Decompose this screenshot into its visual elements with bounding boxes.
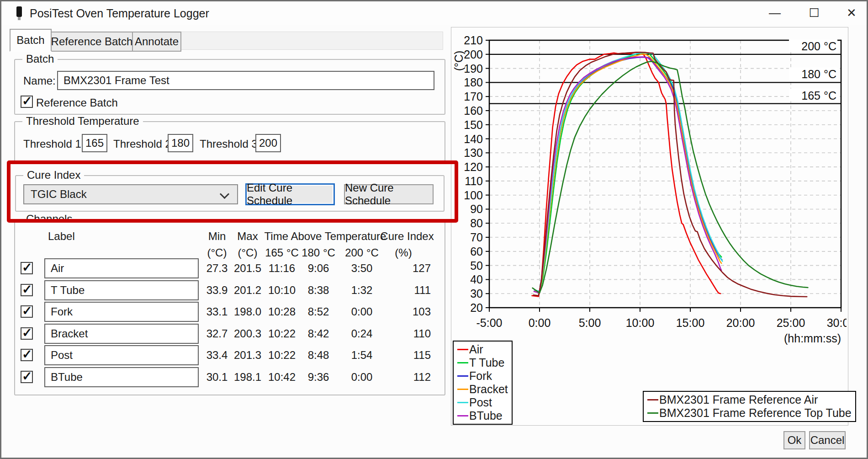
svg-text:200 °C: 200 °C	[801, 40, 836, 53]
cure-index-group-title: Cure Index	[23, 169, 84, 181]
svg-text:100: 100	[464, 189, 483, 202]
channel-cure-index: 115	[394, 349, 431, 362]
channel-cure-index: 103	[394, 305, 431, 318]
col-header-180: 180 °C	[300, 246, 337, 259]
legend-line-swatch	[457, 362, 468, 363]
checkmark-icon: ✓	[22, 304, 32, 318]
legend-line-swatch	[457, 349, 468, 350]
svg-text:170: 170	[464, 90, 483, 103]
svg-text:210: 210	[464, 34, 483, 47]
svg-text:0:00: 0:00	[529, 316, 551, 329]
col-header-165: 165 °C	[264, 246, 300, 259]
channel-checkbox[interactable]: ✓	[21, 262, 33, 274]
svg-text:25:00: 25:00	[777, 316, 805, 329]
reference-batch-label: Reference Batch	[36, 96, 118, 109]
channel-label-input[interactable]	[44, 302, 199, 322]
threshold2-input[interactable]: 180	[168, 134, 193, 152]
channel-t180: 8:48	[300, 349, 337, 362]
channel-checkbox[interactable]: ✓	[21, 371, 33, 383]
channel-t200: 3:50	[344, 262, 380, 275]
checkmark-icon: ✓	[22, 282, 32, 297]
cure-schedule-selected: TGIC Black	[31, 188, 87, 201]
legend-line-swatch	[647, 399, 658, 400]
close-button[interactable]: ✕	[839, 3, 864, 22]
col-unit-cure: (%)	[376, 246, 431, 259]
tab-annotate[interactable]: Annotate	[132, 32, 181, 52]
svg-text:180: 180	[464, 76, 483, 89]
name-label: Name:	[23, 75, 56, 87]
svg-text:190: 190	[464, 62, 483, 75]
channel-label-input[interactable]	[44, 258, 199, 278]
channel-checkbox[interactable]: ✓	[21, 284, 33, 296]
channel-checkbox[interactable]: ✓	[21, 327, 33, 340]
channel-t200: 1:32	[344, 284, 380, 297]
maximize-button[interactable]: ☐	[802, 3, 826, 22]
channel-row: ✓30.1198.110:429:360:00112	[15, 367, 445, 388]
batch-group-title: Batch	[22, 53, 58, 65]
legend-line-swatch	[647, 412, 658, 414]
batch-name-input[interactable]	[57, 71, 434, 90]
batch-group: Batch Name: ✓ Reference Batch	[14, 59, 445, 115]
channel-max: 201.5	[229, 262, 266, 275]
channel-max: 201.3	[229, 349, 266, 362]
channel-t165: 10:22	[264, 327, 300, 340]
channel-t180: 8:38	[300, 284, 337, 297]
checkmark-icon: ✓	[22, 94, 32, 108]
minimize-button[interactable]: —	[762, 3, 787, 22]
col-header-cure-index: Cure Index	[379, 230, 435, 243]
legend-label: BMX2301 Frame Reference Top Tube	[659, 406, 852, 420]
svg-text:-5:00: -5:00	[476, 316, 503, 329]
svg-text:60: 60	[470, 245, 483, 258]
svg-text:5:00: 5:00	[579, 316, 601, 329]
legend-label: Post	[469, 396, 492, 409]
channel-checkbox[interactable]: ✓	[21, 349, 33, 361]
svg-text:15:00: 15:00	[676, 316, 705, 329]
channel-t200: 1:54	[344, 349, 380, 362]
channel-max: 201.2	[229, 284, 266, 297]
legend-label: T Tube	[469, 356, 504, 369]
tab-reference-batch[interactable]: Reference Batch	[50, 32, 134, 52]
svg-text:150: 150	[464, 118, 483, 131]
channel-t200: 0:24	[344, 327, 380, 340]
channel-max: 200.3	[229, 327, 266, 340]
reference-batch-checkbox[interactable]: ✓	[21, 96, 33, 108]
checkmark-icon: ✓	[22, 326, 32, 340]
channel-t165: 10:22	[264, 349, 300, 362]
legend-label: Bracket	[469, 383, 508, 396]
legend-line-swatch	[457, 375, 468, 377]
channel-label-input[interactable]	[44, 280, 199, 300]
legend-item: Fork	[457, 369, 508, 383]
channels-group-title: Channels	[22, 213, 76, 225]
legend-item: Air	[457, 343, 508, 356]
threshold3-input[interactable]: 200	[255, 134, 281, 152]
svg-text:20:00: 20:00	[726, 316, 755, 329]
window-title: PosiTest Oven Temperature Logger	[30, 7, 209, 20]
svg-text:140: 140	[464, 133, 483, 145]
new-cure-schedule-button[interactable]: New Cure Schedule	[344, 184, 434, 204]
cure-index-group: Cure Index TGIC Black Edit Cure Schedule…	[15, 175, 445, 212]
ok-button[interactable]: Ok	[783, 431, 805, 449]
col-unit-max: (°C)	[229, 246, 266, 259]
channel-label-input[interactable]	[44, 345, 199, 365]
channel-t180: 9:06	[300, 262, 337, 275]
channel-t180: 8:42	[300, 327, 337, 340]
channel-label-input[interactable]	[44, 367, 199, 387]
channel-row: ✓33.4201.310:228:481:54115	[15, 345, 445, 366]
channel-label-input[interactable]	[44, 324, 199, 344]
legend-item: Post	[457, 396, 508, 409]
channel-row: ✓32.7200.310:228:420:24110	[15, 324, 445, 345]
channel-t200: 0:00	[344, 371, 380, 384]
cure-schedule-dropdown[interactable]: TGIC Black	[23, 184, 238, 204]
legend-item: BTube	[457, 409, 508, 422]
channel-row: ✓27.3201.511:169:063:50127	[15, 258, 445, 279]
threshold1-input[interactable]: 165	[82, 134, 107, 152]
threshold-group: Threshold Temperature Threshold 1: 165 T…	[14, 121, 445, 162]
title-bar: PosiTest Oven Temperature Logger — ☐ ✕	[1, 1, 867, 25]
channel-checkbox[interactable]: ✓	[21, 305, 33, 318]
edit-cure-schedule-button[interactable]: Edit Cure Schedule	[245, 183, 335, 205]
svg-text:30:00: 30:00	[827, 316, 847, 329]
tab-batch[interactable]: Batch	[10, 29, 52, 52]
col-header-label: Label	[48, 230, 75, 243]
svg-text:110: 110	[465, 175, 483, 187]
cancel-button[interactable]: Cancel	[809, 431, 846, 449]
